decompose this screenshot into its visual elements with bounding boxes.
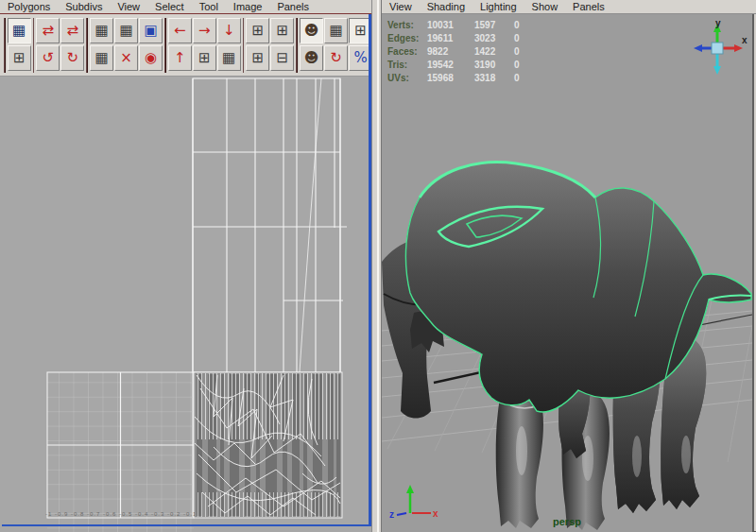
origin-axis-indicator: x z <box>389 479 446 521</box>
scene-graphic <box>382 14 752 532</box>
menu-polygons[interactable]: Polygons <box>0 0 58 13</box>
toolbar-group-tiles: ⊞ ⊞ ⊞ ⊟ <box>246 18 294 72</box>
view-grid-button[interactable]: ⊞ <box>246 18 269 43</box>
menu-view-right[interactable]: View <box>382 0 420 13</box>
image-filter-icon: ▦ <box>329 24 342 38</box>
update-image-button[interactable]: ↻ <box>324 45 348 71</box>
tile-left-button[interactable]: ⊞ <box>193 45 216 71</box>
pixel-snap-icon: % <box>353 51 367 65</box>
hud-row-verts: Verts: 10031 1597 0 <box>387 19 542 32</box>
compass-x-label: x <box>742 35 747 45</box>
toolbar-separator <box>4 18 6 73</box>
sew-uvs-button[interactable]: ▦ <box>90 45 113 71</box>
align-bottom-button[interactable]: ↓ <box>217 18 241 43</box>
tile-left-icon: ⊞ <box>198 51 211 65</box>
menu-subdivs[interactable]: Subdivs <box>58 0 110 13</box>
menu-tool[interactable]: Tool <box>192 0 226 13</box>
menu-view-left[interactable]: View <box>110 0 147 13</box>
flip-u-icon: ⇄ <box>43 24 55 38</box>
persp-viewport[interactable]: Verts: 10031 1597 0 Edges: 19611 3023 0 … <box>382 14 754 532</box>
toolbar-group-flip-rotate: ⇄ ↺ ⇄ ↻ <box>36 18 84 72</box>
hud-row-faces: Faces: 9822 1422 0 <box>387 45 542 59</box>
display-grid-icon: ⊞ <box>354 24 367 38</box>
toolbar-separator <box>243 18 245 73</box>
menu-show[interactable]: Show <box>524 0 566 13</box>
splitter-highlight <box>377 0 379 532</box>
grid-toggle-button[interactable]: ⊞ <box>8 45 31 71</box>
cut-uvs-button[interactable]: ▦ <box>90 18 113 43</box>
toolbar-separator <box>33 18 35 73</box>
display-image-button[interactable]: ☻ <box>300 18 323 43</box>
dim-image-button[interactable]: ☻ <box>300 45 323 71</box>
menu-select[interactable]: Select <box>147 0 192 13</box>
move-sew-icon: ▦ <box>119 24 132 38</box>
active-panel-border-bottom <box>2 524 371 526</box>
menu-lighting[interactable]: Lighting <box>472 0 524 13</box>
unfold-button[interactable]: × <box>114 45 138 71</box>
toolbar-group-image: ☻ ☻ ▦ ↻ ⊞ % <box>300 18 372 72</box>
image-portrait-icon: ☻ <box>304 24 319 38</box>
compass-y-label: y <box>715 18 721 28</box>
align-top-button[interactable]: ↑ <box>168 45 192 71</box>
view-tile-button[interactable]: ⊞ <box>270 18 294 43</box>
uv-grid-square <box>47 372 194 532</box>
align-right-button[interactable]: → <box>193 18 216 43</box>
tile-minus-icon: ⊟ <box>277 51 289 65</box>
camera-name-label: persp <box>382 516 752 527</box>
menu-panels-left[interactable]: Panels <box>269 0 317 13</box>
tile-origin-icon: ⊞ <box>252 51 265 65</box>
view-grid-icon: ⊞ <box>252 24 265 38</box>
menu-shading[interactable]: Shading <box>420 0 472 13</box>
uv-texture-display-button[interactable]: ▦ <box>8 18 31 43</box>
persp-menubar: View Shading Lighting Show Panels <box>382 0 756 14</box>
toolbar-group-cut-sew: ▦ ▦ ▦ × ▣ ◉ <box>90 18 163 72</box>
toolbar-group-display: ▦ ⊞ <box>8 18 31 72</box>
uv-editor-canvas[interactable]: -1 -0.9 -0.8 -0.7 -0.6 -0.5 -0.4 -0.3 -0… <box>0 77 372 532</box>
hud-row-uvs: UVs: 15968 3318 0 <box>387 72 542 85</box>
sew-uvs-icon: ▦ <box>94 51 108 65</box>
view-compass[interactable]: y x <box>690 18 748 84</box>
toolbar-group-align: ← ↑ → ⊞ ↓ ▦ <box>168 18 241 72</box>
flip-v-icon: ⇄ <box>67 24 79 38</box>
rotate-ccw-button[interactable]: ↺ <box>36 45 60 71</box>
rotate-cw-icon: ↻ <box>67 51 79 65</box>
tile-minus-button[interactable]: ⊟ <box>270 45 294 71</box>
align-left-icon: ← <box>174 24 186 38</box>
view-tile-icon: ⊞ <box>277 24 289 38</box>
toolbar-separator <box>164 18 166 73</box>
hud-row-edges: Edges: 19611 3023 0 <box>387 32 542 45</box>
uv-editor-toolbar: ▦ ⊞ ⇄ ↺ ⇄ ↻ ▦ ▦ ▦ × ▣ ◉ ← ↑ → ⊞ ↓ ▦ <box>0 14 372 77</box>
flip-v-button[interactable]: ⇄ <box>60 18 84 43</box>
toolbar-separator <box>86 18 88 73</box>
polycount-hud: Verts: 10031 1597 0 Edges: 19611 3023 0 … <box>387 19 542 85</box>
menu-image[interactable]: Image <box>226 0 270 13</box>
tile-origin-button[interactable]: ⊞ <box>246 45 269 71</box>
hud-row-tris: Tris: 19542 3190 0 <box>387 59 542 72</box>
tile-texture-button[interactable]: ▦ <box>217 45 241 71</box>
layout-uvs-button[interactable]: ▣ <box>139 18 163 43</box>
uv-editor-menubar: Polygons Subdivs View Select Tool Image … <box>0 0 372 14</box>
align-bottom-icon: ↓ <box>223 24 235 38</box>
align-top-icon: ↑ <box>174 51 186 65</box>
relax-uvs-icon: ◉ <box>145 51 157 65</box>
move-sew-button[interactable]: ▦ <box>114 18 138 43</box>
uv-wireframe-graphic <box>0 77 372 532</box>
image-dim-icon: ☻ <box>304 51 319 65</box>
menu-panels-right[interactable]: Panels <box>565 0 612 13</box>
relax-uvs-button[interactable]: ◉ <box>139 45 163 71</box>
align-left-button[interactable]: ← <box>168 18 192 43</box>
rotate-ccw-icon: ↺ <box>43 51 55 65</box>
refresh-icon: ↻ <box>330 51 342 65</box>
layout-uvs-icon: ▣ <box>144 24 157 38</box>
toolbar-separator <box>296 18 298 73</box>
flip-u-button[interactable]: ⇄ <box>36 18 60 43</box>
rotate-cw-button[interactable]: ↻ <box>60 45 84 71</box>
tile-texture-icon: ▦ <box>222 51 235 65</box>
panel-splitter[interactable] <box>371 0 382 532</box>
uv-dense-mesh <box>194 372 342 518</box>
uv-axis-tick-labels: -1 -0.9 -0.8 -0.7 -0.6 -0.5 -0.4 -0.3 -0… <box>45 511 195 517</box>
cut-uvs-icon: ▦ <box>94 24 108 38</box>
filtered-image-button[interactable]: ▦ <box>324 18 348 43</box>
maya-window: Polygons Subdivs View Select Tool Image … <box>0 0 756 532</box>
align-right-icon: → <box>198 24 211 38</box>
